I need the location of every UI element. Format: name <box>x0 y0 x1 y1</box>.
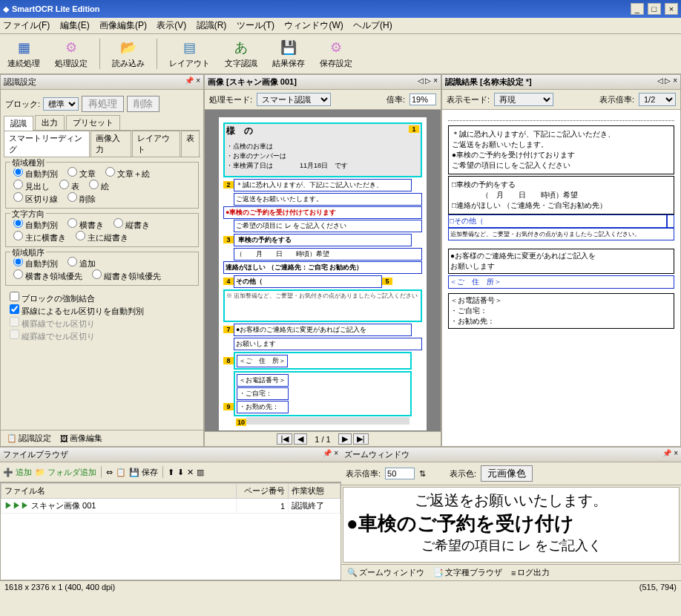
page-indicator: 1 / 1 <box>309 435 336 444</box>
rt-text-fig[interactable]: 文章＋絵 <box>105 169 150 178</box>
result-pane-title: 認識結果 [名称未設定 *] <box>445 76 532 88</box>
fb-folder-add[interactable]: 📁 フォルダ追加 <box>35 467 96 478</box>
btab-image-edit[interactable]: 🖼 画像編集 <box>57 432 105 445</box>
menu-image-edit[interactable]: 画像編集(P) <box>99 20 147 30</box>
image-pane-nav[interactable]: ◁ ▷ × <box>418 76 438 88</box>
zw-color-button[interactable]: 元画像色 <box>481 465 533 482</box>
menu-file[interactable]: ファイル(F) <box>3 20 50 30</box>
tb-save-settings[interactable]: ⚙保存設定 <box>315 37 357 71</box>
table-row[interactable]: ▶▶▶ スキャン画像 001 1 認識終了 <box>1 499 340 514</box>
fb-nav-icon[interactable]: ⇔ <box>106 468 113 477</box>
chk-h-ruled[interactable]: 横罫線でセル区切り <box>10 319 95 328</box>
btab-recog-settings[interactable]: 📋 認識設定 <box>4 432 54 445</box>
zw-spin-icon[interactable]: ⇅ <box>419 469 426 479</box>
rt-text[interactable]: 文章 <box>68 169 96 178</box>
page-last[interactable]: ▶| <box>353 433 369 445</box>
document-view[interactable]: 1 様 の ・点検のお車は ・お車のナンバーは ・車検満了日は 11月18日 で… <box>205 110 441 431</box>
dir-horiz[interactable]: 横書き <box>68 220 104 229</box>
close-button[interactable]: × <box>665 3 678 15</box>
fb-menu-icon[interactable]: ▥ <box>197 468 204 477</box>
app-icon: ◆ <box>3 4 9 14</box>
chk-force-merge[interactable]: ブロックの強制結合 <box>10 294 95 303</box>
rt-heading[interactable]: 見出し <box>13 182 50 191</box>
zoom-view[interactable]: ご返送をお願いいたします。 ●車検のご予約を受け付け ご希望の項目に レ をご記… <box>343 487 680 563</box>
menu-help[interactable]: ヘルプ(H) <box>353 20 392 30</box>
fb-add[interactable]: ➕ 追加 <box>3 467 32 478</box>
menu-tool[interactable]: ツール(T) <box>237 20 274 30</box>
tb-proc-settings[interactable]: ⚙処理設定 <box>50 37 92 71</box>
subtab-image-input[interactable]: 画像入力 <box>91 131 131 157</box>
tb-save[interactable]: 💾結果保存 <box>268 37 309 71</box>
ord-append[interactable]: 追加 <box>68 259 96 268</box>
settings-pane: 認識設定📌 × ブロック: 標準 再処理 削除 認識 出力 プリセット スマート… <box>0 74 204 447</box>
btab-log[interactable]: ≡ ログ出力 <box>508 566 553 579</box>
page-next[interactable]: ▶ <box>338 433 352 445</box>
btab-zoom[interactable]: 🔍 ズームウィンドウ <box>344 566 427 579</box>
subtab-smart[interactable]: スマートリーディング <box>4 131 90 157</box>
fb-save[interactable]: 💾 保存 <box>129 467 158 478</box>
rt-fig[interactable]: 絵 <box>89 182 109 191</box>
reprocess-button[interactable]: 再処理 <box>82 96 124 112</box>
chk-ruled-auto[interactable]: 罫線によるセル区切りを自動判別 <box>10 307 144 315</box>
doc-header: 様 の <box>226 125 419 137</box>
rt-delete[interactable]: 削除 <box>68 194 96 203</box>
image-pane-title: 画像 [スキャン画像 001] <box>208 76 297 88</box>
page-prev[interactable]: ◀ <box>294 433 307 445</box>
pane-pin-icon[interactable]: 📌 × <box>185 76 200 88</box>
disp-mode-label: 表示モード: <box>447 94 490 105</box>
fb-up-icon[interactable]: ⬆ <box>168 468 174 477</box>
fb-copy-icon[interactable]: 📋 <box>116 468 126 477</box>
tab-recognize[interactable]: 認識 <box>4 116 33 131</box>
disp-mode-select[interactable]: 再現 <box>494 93 553 106</box>
rt-table[interactable]: 表 <box>59 182 79 191</box>
status-left: 1618 x 2376 x 1 (400, 400 dpi) <box>4 583 115 592</box>
rt-sep[interactable]: 区切り線 <box>13 194 58 203</box>
menu-recognize[interactable]: 認識(R) <box>197 20 227 30</box>
tb-continuous[interactable]: ▦連続処理 <box>3 37 45 71</box>
tb-layout[interactable]: ▤レイアウト <box>165 37 214 71</box>
main-toolbar: ▦連続処理 ⚙処理設定 📂読み込み ▤レイアウト あ文字認識 💾結果保存 ⚙保存… <box>0 34 681 74</box>
zw-title: ズームウィンドウ <box>344 449 409 460</box>
menu-view[interactable]: 表示(V) <box>157 20 186 30</box>
rt-auto[interactable]: 自動判別 <box>13 169 58 178</box>
zw-zoom-input[interactable] <box>385 468 415 479</box>
minimize-button[interactable]: _ <box>631 3 644 15</box>
page-first[interactable]: |◀ <box>277 433 292 445</box>
dir-mainly-v[interactable]: 主に縦書き <box>76 233 128 242</box>
dir-vert[interactable]: 縦書き <box>114 220 150 229</box>
file-browser: ファイルブラウザ📌 × ➕ 追加 📁 フォルダ追加 ⇔ 📋 💾 保存 ⬆ ⬇ ✕… <box>0 448 341 580</box>
fb-down-icon[interactable]: ⬇ <box>177 468 184 477</box>
fb-col-status[interactable]: 作業状態 <box>289 484 340 499</box>
chk-v-ruled[interactable]: 縦罫線でセル区切り <box>10 332 95 341</box>
fb-col-file[interactable]: ファイル名 <box>1 484 237 499</box>
tb-load[interactable]: 📂読み込み <box>108 37 149 71</box>
ord-v-first[interactable]: 縦書き領域優先 <box>92 272 161 281</box>
disp-zoom-select[interactable]: 1/2 <box>639 93 676 106</box>
result-view[interactable]: ＊誠に恐れ入りますが、下記にご記入いただき、 ご返送をお願いいたします。 ●車検… <box>442 110 680 446</box>
result-pane-nav[interactable]: ◁ ▷ × <box>657 76 677 88</box>
zw-pin-icon[interactable]: 📌 × <box>662 449 678 460</box>
block-select[interactable]: 標準 <box>43 97 79 111</box>
btab-chartype[interactable]: 📑 文字種ブラウザ <box>430 566 505 579</box>
proc-mode-select[interactable]: スマート認識 <box>257 93 331 106</box>
zoom-input[interactable] <box>409 94 436 105</box>
fb-col-page[interactable]: ページ番号 <box>237 484 289 499</box>
maximize-button[interactable]: □ <box>648 3 661 15</box>
zw-color-label: 表示色: <box>450 468 476 479</box>
group-region-type: 領域種別 自動判別 文章 文章＋絵 見出し 表 絵 区切り線 削除 <box>5 162 199 209</box>
dir-auto[interactable]: 自動判別 <box>13 220 58 229</box>
ord-h-first[interactable]: 横書き領域優先 <box>13 272 82 281</box>
fb-delete-icon[interactable]: ✕ <box>187 468 194 477</box>
dir-mainly-h[interactable]: 主に横書き <box>13 233 66 242</box>
tb-ocr[interactable]: あ文字認識 <box>220 37 262 71</box>
subtab-layout[interactable]: レイアウト <box>132 131 180 157</box>
tab-preset[interactable]: プリセット <box>66 115 120 130</box>
menu-edit[interactable]: 編集(E) <box>60 20 90 30</box>
statusbar: 1618 x 2376 x 1 (400, 400 dpi) (515, 794… <box>0 580 681 593</box>
delete-block-button[interactable]: 削除 <box>127 96 159 112</box>
ord-auto[interactable]: 自動判別 <box>13 259 58 268</box>
tab-output[interactable]: 出力 <box>35 115 65 130</box>
menu-window[interactable]: ウィンドウ(W) <box>284 20 343 30</box>
fb-pin-icon[interactable]: 📌 × <box>323 449 338 460</box>
subtab-table[interactable]: 表 <box>181 131 200 157</box>
